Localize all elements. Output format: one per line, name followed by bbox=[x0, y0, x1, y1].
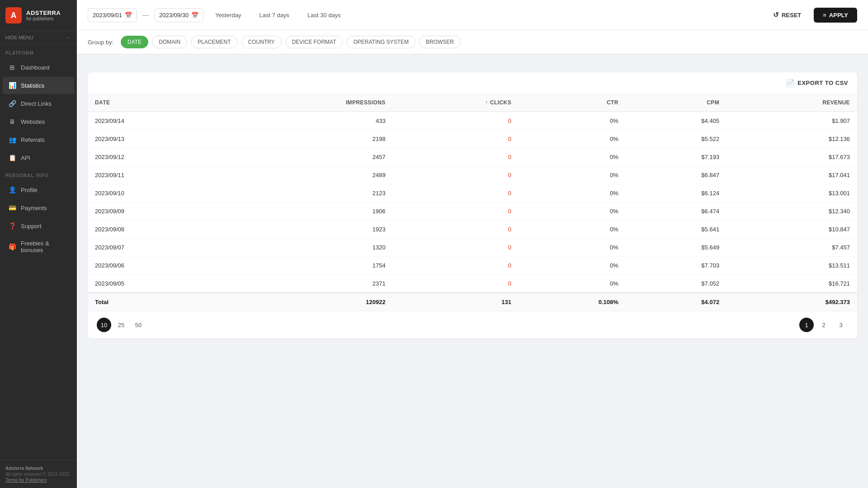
nav-item-websites-label: Websites bbox=[21, 118, 45, 125]
cell-ctr: 0% bbox=[519, 130, 626, 148]
table-row: 2023/09/07 1320 0 0% $5.649 $7.457 bbox=[88, 239, 857, 257]
per-page-10-button[interactable]: 10 bbox=[97, 318, 111, 332]
nav-item-websites[interactable]: 🖥 Websites bbox=[3, 113, 74, 130]
cell-cpm: $6.124 bbox=[626, 184, 726, 202]
websites-icon: 🖥 bbox=[8, 117, 16, 126]
cell-date: 2023/09/07 bbox=[88, 239, 224, 257]
cell-cpm: $5.649 bbox=[626, 239, 726, 257]
cell-date: 2023/09/13 bbox=[88, 130, 224, 148]
nav-item-freebies[interactable]: 🎁 Freebies & bonuses bbox=[3, 235, 74, 258]
nav-item-direct-links[interactable]: 🔗 Direct Links bbox=[3, 95, 74, 112]
group-by-country-button[interactable]: COUNTRY bbox=[241, 36, 282, 48]
export-to-csv-button[interactable]: 📄 EXPORT TO CSV bbox=[786, 79, 848, 87]
last-7-days-button[interactable]: Last 7 days bbox=[253, 9, 296, 22]
date-to-input[interactable]: 2023/09/30 📅 bbox=[154, 8, 203, 22]
logo-icon: A bbox=[5, 7, 22, 23]
cell-revenue: $1.907 bbox=[726, 112, 857, 130]
nav-item-dashboard[interactable]: ⊞ Dashboard bbox=[3, 59, 74, 76]
cell-cpm: $7.703 bbox=[626, 257, 726, 275]
cell-impressions: 2489 bbox=[224, 166, 393, 184]
cell-clicks: 0 bbox=[393, 130, 519, 148]
date-from-input[interactable]: 2023/09/01 📅 bbox=[88, 8, 137, 22]
col-header-revenue[interactable]: Revenue bbox=[726, 94, 857, 112]
table-row: 2023/09/09 1906 0 0% $6.474 $12.340 bbox=[88, 202, 857, 221]
apply-button[interactable]: ≡ APPLY bbox=[814, 8, 857, 23]
cell-impressions: 2457 bbox=[224, 148, 393, 166]
cell-revenue: $13.511 bbox=[726, 257, 857, 275]
statistics-table: Date Impressions ↑Clicks CTR CPM bbox=[88, 94, 857, 311]
arrow-left-icon: ← bbox=[66, 35, 71, 40]
footer-link[interactable]: Terms for Publishers bbox=[5, 478, 71, 483]
nav-item-api[interactable]: 📋 API bbox=[3, 149, 74, 166]
cell-clicks: 0 bbox=[393, 184, 519, 202]
page-2-button[interactable]: 2 bbox=[816, 318, 831, 332]
cell-revenue: $13.001 bbox=[726, 184, 857, 202]
group-by-operating-system-button[interactable]: OPERATING SYSTEM bbox=[346, 36, 415, 48]
cell-ctr: 0% bbox=[519, 257, 626, 275]
nav-item-payments[interactable]: 💳 Payments bbox=[3, 199, 74, 216]
col-header-impressions[interactable]: Impressions bbox=[224, 94, 393, 112]
cell-clicks: 0 bbox=[393, 275, 519, 293]
table-row: 2023/09/13 2198 0 0% $5.522 $12.136 bbox=[88, 130, 857, 148]
nav-item-referrals[interactable]: 👥 Referrals bbox=[3, 131, 74, 148]
cell-clicks: 0 bbox=[393, 221, 519, 239]
col-header-date[interactable]: Date bbox=[88, 94, 224, 112]
per-page-50-button[interactable]: 50 bbox=[131, 318, 146, 332]
nav-item-freebies-label: Freebies & bonuses bbox=[21, 240, 69, 253]
calendar-from-icon[interactable]: 📅 bbox=[125, 12, 132, 19]
page-1-button[interactable]: 1 bbox=[799, 318, 814, 332]
cell-ctr: 0% bbox=[519, 112, 626, 130]
reset-icon: ↺ bbox=[773, 11, 779, 19]
group-by-date-button[interactable]: DATE bbox=[121, 36, 148, 48]
group-by-placement-button[interactable]: PLACEMENT bbox=[191, 36, 237, 48]
cell-date: 2023/09/11 bbox=[88, 166, 224, 184]
hide-menu-button[interactable]: HIDE MENU ← bbox=[0, 31, 77, 44]
group-by-label: Group by: bbox=[88, 39, 113, 46]
cell-cpm: $6.847 bbox=[626, 166, 726, 184]
last-30-days-button[interactable]: Last 30 days bbox=[301, 9, 347, 22]
cell-cpm: $4.405 bbox=[626, 112, 726, 130]
per-page-25-button[interactable]: 25 bbox=[114, 318, 128, 332]
col-header-ctr[interactable]: CTR bbox=[519, 94, 626, 112]
cell-ctr: 0% bbox=[519, 202, 626, 221]
total-impressions: 120922 bbox=[224, 293, 393, 311]
cell-revenue: $16.721 bbox=[726, 275, 857, 293]
nav-item-profile[interactable]: 👤 Profile bbox=[3, 181, 74, 198]
nav-item-support[interactable]: ❓ Support bbox=[3, 217, 74, 235]
nav-item-payments-label: Payments bbox=[21, 205, 47, 211]
statistics-table-section: 📄 EXPORT TO CSV Date Impressions bbox=[88, 72, 857, 338]
table-row: 2023/09/08 1923 0 0% $5.641 $10.847 bbox=[88, 221, 857, 239]
table-header-bar: 📄 EXPORT TO CSV bbox=[88, 72, 857, 94]
cell-clicks: 0 bbox=[393, 112, 519, 130]
table-row: 2023/09/12 2457 0 0% $7.193 $17.673 bbox=[88, 148, 857, 166]
nav-item-support-label: Support bbox=[21, 223, 42, 230]
cell-ctr: 0% bbox=[519, 184, 626, 202]
cell-date: 2023/09/12 bbox=[88, 148, 224, 166]
cell-clicks: 0 bbox=[393, 202, 519, 221]
calendar-to-icon[interactable]: 📅 bbox=[191, 12, 198, 19]
col-header-clicks[interactable]: ↑Clicks bbox=[393, 94, 519, 112]
group-by-browser-button[interactable]: BROWSER bbox=[419, 36, 461, 48]
nav-item-statistics[interactable]: 📊 Statistics bbox=[3, 77, 74, 94]
group-by-domain-button[interactable]: DOMAIN bbox=[152, 36, 187, 48]
page-3-button[interactable]: 3 bbox=[834, 318, 848, 332]
cell-ctr: 0% bbox=[519, 239, 626, 257]
footer-company: Adsterra Network bbox=[5, 466, 71, 471]
cell-date: 2023/09/08 bbox=[88, 221, 224, 239]
reset-button[interactable]: ↺ RESET bbox=[766, 7, 808, 23]
direct-links-icon: 🔗 bbox=[8, 99, 16, 108]
content-area: 📄 EXPORT TO CSV Date Impressions bbox=[77, 54, 868, 488]
group-by-device-format-button[interactable]: DEVICE FORMAT bbox=[285, 36, 343, 48]
api-icon: 📋 bbox=[8, 154, 16, 162]
table-row: 2023/09/14 433 0 0% $4.405 $1.907 bbox=[88, 112, 857, 130]
cell-revenue: $12.136 bbox=[726, 130, 857, 148]
cell-date: 2023/09/14 bbox=[88, 112, 224, 130]
group-by-bar: Group by: DATE DOMAIN PLACEMENT COUNTRY … bbox=[77, 30, 868, 54]
col-header-cpm[interactable]: CPM bbox=[626, 94, 726, 112]
logo-subtitle: for publishers bbox=[26, 16, 61, 21]
yesterday-button[interactable]: Yesterday bbox=[209, 9, 247, 22]
cell-impressions: 2123 bbox=[224, 184, 393, 202]
cell-ctr: 0% bbox=[519, 148, 626, 166]
nav-item-api-label: API bbox=[21, 155, 30, 161]
date-from-value: 2023/09/01 bbox=[93, 12, 122, 19]
